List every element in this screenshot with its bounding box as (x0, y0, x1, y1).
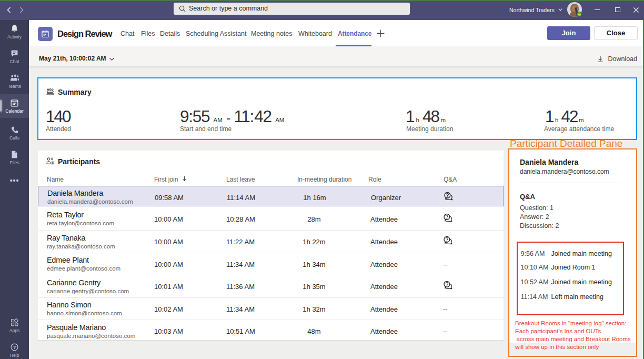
svg-text:?: ? (13, 345, 16, 350)
